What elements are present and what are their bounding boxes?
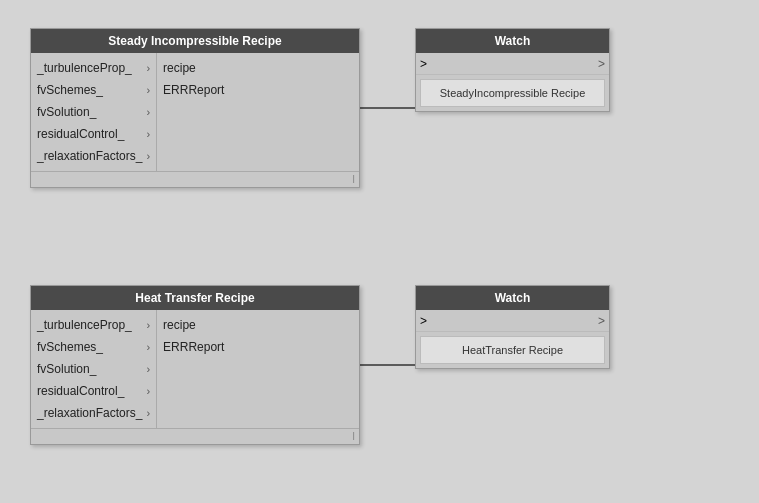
heat-port-errreport: ERRReport <box>157 336 230 358</box>
heat-port-residual: residualControl_ › <box>31 380 156 402</box>
watch-steady-title: Watch <box>416 29 609 53</box>
watch-heat-title: Watch <box>416 286 609 310</box>
steady-port-errreport: ERRReport <box>157 79 230 101</box>
steady-port-recipe: recipe <box>157 57 230 79</box>
heat-recipe-node: Heat Transfer Recipe _turbulenceProp_ › … <box>30 285 360 445</box>
watch-steady-node: Watch > > SteadyIncompressible Recipe <box>415 28 610 112</box>
watch-heat-port-row: > > <box>416 310 609 332</box>
steady-recipe-title: Steady Incompressible Recipe <box>31 29 359 53</box>
watch-steady-port-right: > <box>598 57 605 71</box>
watch-steady-port-left: > <box>420 57 598 71</box>
steady-port-fvsolution: fvSolution_ › <box>31 101 156 123</box>
heat-port-fvschemes: fvSchemes_ › <box>31 336 156 358</box>
heat-port-turbulence: _turbulenceProp_ › <box>31 314 156 336</box>
watch-heat-port-left: > <box>420 314 598 328</box>
watch-steady-port-row: > > <box>416 53 609 75</box>
steady-port-fvschemes: fvSchemes_ › <box>31 79 156 101</box>
heat-right-ports: recipe ERRReport <box>156 310 230 428</box>
watch-steady-content: SteadyIncompressible Recipe <box>420 79 605 107</box>
steady-port-turbulence: _turbulenceProp_ › <box>31 57 156 79</box>
heat-port-relaxation: _relaxationFactors_ › <box>31 402 156 424</box>
steady-right-ports: recipe ERRReport <box>156 53 230 171</box>
watch-heat-port-right: > <box>598 314 605 328</box>
watch-heat-node: Watch > > HeatTransfer Recipe <box>415 285 610 369</box>
steady-footer: I <box>31 171 359 187</box>
steady-port-relaxation: _relaxationFactors_ › <box>31 145 156 167</box>
steady-left-ports: _turbulenceProp_ › fvSchemes_ › fvSoluti… <box>31 53 156 171</box>
heat-left-ports: _turbulenceProp_ › fvSchemes_ › fvSoluti… <box>31 310 156 428</box>
steady-port-residual: residualControl_ › <box>31 123 156 145</box>
watch-heat-content: HeatTransfer Recipe <box>420 336 605 364</box>
canvas: Steady Incompressible Recipe _turbulence… <box>0 0 759 503</box>
heat-recipe-title: Heat Transfer Recipe <box>31 286 359 310</box>
steady-recipe-node: Steady Incompressible Recipe _turbulence… <box>30 28 360 188</box>
heat-footer: I <box>31 428 359 444</box>
heat-port-recipe: recipe <box>157 314 230 336</box>
heat-port-fvsolution: fvSolution_ › <box>31 358 156 380</box>
